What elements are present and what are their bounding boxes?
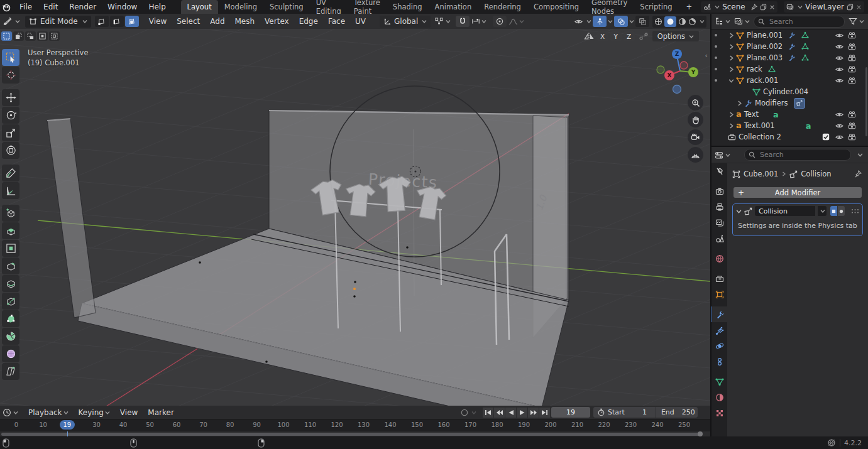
outliner-row-text-001[interactable]: aText.001a bbox=[711, 120, 868, 131]
pin-icon[interactable] bbox=[750, 4, 757, 11]
face-select-mode[interactable] bbox=[125, 16, 139, 27]
outliner-row-modifiers[interactable]: Modifiers bbox=[711, 97, 868, 109]
snap-toggle[interactable] bbox=[456, 16, 470, 27]
viewlayer-selector[interactable]: ViewLayer bbox=[784, 1, 864, 13]
viewport-menu-edge[interactable]: Edge bbox=[294, 17, 323, 26]
hide-viewport-icon[interactable] bbox=[835, 31, 843, 40]
transport-jump-to-next-keyframe[interactable] bbox=[528, 408, 539, 418]
add-workspace-button[interactable]: + bbox=[680, 0, 699, 14]
start-value[interactable]: 1 bbox=[642, 408, 647, 416]
disable-render-icon[interactable] bbox=[848, 111, 856, 119]
timeline-editor-selector[interactable] bbox=[3, 408, 18, 417]
properties-editor-selector[interactable] bbox=[715, 151, 730, 160]
transform-orientation[interactable]: Global bbox=[380, 16, 431, 28]
outliner-search[interactable] bbox=[754, 16, 845, 28]
checkbox-icon[interactable] bbox=[822, 133, 830, 141]
expand-icon[interactable] bbox=[728, 112, 736, 117]
shading-wireframe-icon[interactable] bbox=[654, 18, 662, 26]
hide-viewport-icon[interactable] bbox=[835, 43, 843, 51]
viewport-menu-face[interactable]: Face bbox=[323, 17, 350, 26]
outliner-display-mode[interactable] bbox=[715, 17, 730, 26]
modifier-name-field[interactable]: Collision bbox=[755, 206, 815, 216]
properties-tab-particles[interactable] bbox=[711, 322, 727, 338]
timeline-menu-marker[interactable]: Marker bbox=[143, 408, 179, 417]
disable-render-icon[interactable] bbox=[848, 65, 856, 73]
menu-edit[interactable]: Edit bbox=[38, 1, 63, 13]
outliner-item-label[interactable]: Plane.002 bbox=[747, 42, 783, 51]
outliner-item-label[interactable]: rack.001 bbox=[747, 76, 778, 85]
outliner-item-label[interactable]: Text.001 bbox=[744, 121, 775, 130]
transport-play[interactable] bbox=[517, 408, 527, 418]
current-frame-field[interactable]: 19 bbox=[551, 407, 590, 418]
disable-render-icon[interactable] bbox=[848, 43, 856, 51]
select-subtract-icon[interactable] bbox=[25, 31, 36, 41]
expand-icon[interactable] bbox=[737, 100, 744, 106]
wrench-icon[interactable] bbox=[788, 31, 796, 39]
hide-viewport-icon[interactable] bbox=[835, 54, 843, 62]
object-visibility-dropdown[interactable] bbox=[571, 16, 591, 27]
transport-play-reverse[interactable] bbox=[505, 408, 516, 418]
wrench-icon[interactable] bbox=[788, 54, 796, 62]
outliner-row-plane-003[interactable]: Plane.003 bbox=[711, 52, 868, 63]
scene-selector[interactable]: Scene bbox=[701, 1, 777, 13]
menu-help[interactable]: Help bbox=[143, 1, 171, 13]
workspace-tab-animation[interactable]: Animation bbox=[429, 0, 478, 14]
mirror-y-button[interactable]: Y bbox=[610, 31, 622, 41]
gizmos-dropdown[interactable] bbox=[593, 16, 613, 27]
outliner-search-input[interactable] bbox=[768, 17, 827, 26]
tool-move[interactable] bbox=[2, 89, 19, 106]
disable-render-icon[interactable] bbox=[848, 133, 856, 141]
properties-tab-object[interactable] bbox=[711, 286, 727, 302]
mirror-x-button[interactable]: X bbox=[597, 31, 608, 41]
properties-tab-tool[interactable] bbox=[711, 163, 727, 179]
viewport-menu-add[interactable]: Add bbox=[205, 17, 229, 26]
viewport-3d[interactable]: Projects 1.0 bbox=[0, 29, 710, 406]
properties-options-icon[interactable] bbox=[857, 152, 863, 158]
collision-badge-icon[interactable] bbox=[794, 98, 805, 109]
meshdata-icon[interactable] bbox=[768, 65, 776, 73]
tool-scale[interactable] bbox=[2, 124, 19, 141]
gizmos-icon[interactable] bbox=[593, 16, 607, 27]
tool-rotate[interactable] bbox=[2, 107, 19, 124]
workspace-tab-compositing[interactable]: Compositing bbox=[527, 0, 585, 14]
outliner-filter-type[interactable] bbox=[734, 17, 750, 26]
timeline-ruler[interactable]: 0103040506070809010011012013014015016017… bbox=[0, 419, 710, 431]
workspace-tab-layout[interactable]: Layout bbox=[181, 0, 218, 14]
outliner-row-rack[interactable]: rack bbox=[711, 63, 868, 75]
outliner-item-label[interactable]: Plane.001 bbox=[747, 31, 783, 40]
room-mesh[interactable] bbox=[47, 111, 569, 406]
outliner-scrollbar[interactable] bbox=[865, 67, 867, 136]
tool-annotate[interactable] bbox=[2, 165, 19, 181]
tool-inset-faces[interactable] bbox=[2, 240, 19, 257]
timeline-menu-playback[interactable]: Playback bbox=[23, 408, 74, 417]
expand-icon[interactable] bbox=[728, 55, 736, 61]
select-intersect-icon[interactable] bbox=[49, 31, 60, 41]
viewport-menu-vertex[interactable]: Vertex bbox=[260, 17, 294, 26]
xray-toggle[interactable] bbox=[635, 16, 649, 27]
hide-viewport-icon[interactable] bbox=[835, 77, 843, 85]
expand-icon[interactable] bbox=[728, 44, 736, 50]
workspace-tab-texture-paint[interactable]: Texture Paint bbox=[348, 0, 387, 14]
snap-settings-dropdown[interactable] bbox=[470, 18, 488, 25]
pin-id-icon[interactable] bbox=[854, 170, 862, 178]
viewport-menu-select[interactable]: Select bbox=[172, 17, 205, 26]
zoom-button[interactable] bbox=[688, 95, 703, 111]
add-modifier-button[interactable]: + Add Modifier bbox=[733, 187, 862, 198]
outliner-item-label[interactable]: rack bbox=[747, 65, 762, 73]
disable-render-icon[interactable] bbox=[848, 77, 856, 85]
properties-search[interactable] bbox=[744, 149, 851, 161]
menu-file[interactable]: File bbox=[14, 1, 38, 13]
meshdata-icon[interactable] bbox=[801, 31, 809, 39]
panel-expand-icon[interactable] bbox=[736, 208, 742, 214]
edge-select-mode[interactable] bbox=[110, 16, 124, 27]
outliner-row-collection-2[interactable]: Collection 2 bbox=[711, 131, 868, 143]
properties-tab-material[interactable] bbox=[711, 389, 727, 405]
transport-jump-to-prev-keyframe[interactable] bbox=[494, 408, 505, 418]
transport-jump-to-start[interactable] bbox=[483, 408, 493, 418]
properties-search-input[interactable] bbox=[759, 150, 818, 160]
timeline-menu-view[interactable]: View bbox=[115, 408, 143, 417]
outliner-row-plane-001[interactable]: Plane.001 bbox=[711, 30, 868, 41]
new-scene-icon[interactable] bbox=[760, 4, 767, 11]
outliner-filter-dropdown[interactable] bbox=[849, 17, 864, 26]
outliner-item-label[interactable]: Modifiers bbox=[755, 99, 788, 107]
